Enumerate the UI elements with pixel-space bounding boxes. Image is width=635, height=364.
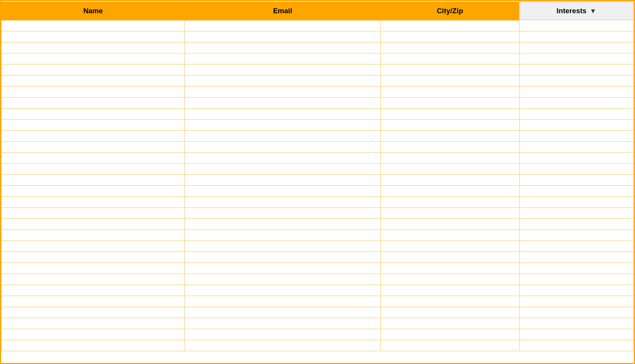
- table-cell: [185, 64, 381, 75]
- table-cell: [381, 130, 520, 141]
- table-cell: [2, 229, 185, 240]
- table-cell: [2, 207, 185, 218]
- table-cell: [2, 218, 185, 229]
- table-cell: [520, 196, 633, 207]
- table-cell: [2, 97, 185, 108]
- table-cell: [381, 240, 520, 251]
- table-cell: [520, 229, 633, 240]
- table-cell: [381, 31, 520, 42]
- table-cell: [381, 53, 520, 64]
- table-cell: [520, 20, 633, 31]
- table-cell: [2, 108, 185, 119]
- table-cell: [2, 185, 185, 196]
- table-cell: [185, 141, 381, 152]
- table-row: [2, 20, 634, 31]
- table-row: [2, 185, 634, 196]
- table-cell: [185, 196, 381, 207]
- table-cell: [381, 141, 520, 152]
- table-cell: [520, 340, 633, 351]
- table-cell: [2, 329, 185, 340]
- table-cell: [2, 31, 185, 42]
- table-cell: [185, 318, 381, 329]
- table-cell: [381, 251, 520, 263]
- table-cell: [381, 207, 520, 218]
- table-cell: [185, 251, 381, 263]
- table-cell: [520, 141, 633, 152]
- table-cell: [520, 174, 633, 185]
- table-cell: [185, 42, 381, 53]
- table-cell: [520, 97, 633, 108]
- table-cell: [2, 86, 185, 97]
- table-cell: [520, 86, 633, 97]
- table-cell: [520, 263, 633, 274]
- table-cell: [381, 296, 520, 307]
- table-row: [2, 174, 634, 185]
- interests-column-header[interactable]: Interests ▼: [520, 2, 633, 20]
- table-row: [2, 75, 634, 86]
- email-column-header: Email: [185, 2, 381, 20]
- table-cell: [185, 20, 381, 31]
- table-cell: [520, 274, 633, 285]
- table-cell: [185, 229, 381, 240]
- main-table-container: Name Email City/Zip Interests ▼: [0, 0, 635, 364]
- table-cell: [2, 130, 185, 141]
- table-cell: [185, 152, 381, 163]
- table-cell: [381, 274, 520, 285]
- table-cell: [185, 53, 381, 64]
- table-row: [2, 207, 634, 218]
- table-row: [2, 251, 634, 263]
- table-row: [2, 108, 634, 119]
- table-cell: [2, 307, 185, 318]
- interests-dropdown-arrow[interactable]: ▼: [590, 7, 596, 15]
- table-cell: [2, 174, 185, 185]
- table-cell: [185, 340, 381, 351]
- table-cell: [185, 130, 381, 141]
- table-cell: [2, 20, 185, 31]
- table-row: [2, 53, 634, 64]
- table-cell: [520, 64, 633, 75]
- table-row: [2, 97, 634, 108]
- table-cell: [185, 274, 381, 285]
- table-row: [2, 274, 634, 285]
- table-cell: [185, 185, 381, 196]
- table-cell: [185, 329, 381, 340]
- table-cell: [2, 119, 185, 130]
- table-cell: [381, 340, 520, 351]
- table-cell: [520, 318, 633, 329]
- table-cell: [520, 307, 633, 318]
- table-cell: [381, 318, 520, 329]
- table-cell: [381, 229, 520, 240]
- table-cell: [185, 119, 381, 130]
- table-cell: [2, 340, 185, 351]
- table-cell: [185, 75, 381, 86]
- table-row: [2, 307, 634, 318]
- table-cell: [381, 263, 520, 274]
- table-cell: [2, 318, 185, 329]
- table-row: [2, 318, 634, 329]
- table-cell: [185, 163, 381, 174]
- table-cell: [185, 218, 381, 229]
- table-cell: [381, 97, 520, 108]
- table-cell: [520, 240, 633, 251]
- table-cell: [520, 42, 633, 53]
- table-cell: [520, 218, 633, 229]
- table-cell: [381, 75, 520, 86]
- table-cell: [520, 108, 633, 119]
- table-row: [2, 285, 634, 296]
- table-cell: [2, 42, 185, 53]
- table-cell: [520, 119, 633, 130]
- table-row: [2, 64, 634, 75]
- table-cell: [381, 108, 520, 119]
- table-cell: [2, 196, 185, 207]
- table-cell: [381, 119, 520, 130]
- table-cell: [520, 152, 633, 163]
- table-cell: [2, 263, 185, 274]
- table-row: [2, 163, 634, 174]
- table-cell: [520, 53, 633, 64]
- data-table: Name Email City/Zip Interests ▼: [1, 1, 634, 351]
- table-cell: [2, 285, 185, 296]
- table-cell: [2, 141, 185, 152]
- table-row: [2, 240, 634, 251]
- table-cell: [520, 207, 633, 218]
- table-cell: [2, 240, 185, 251]
